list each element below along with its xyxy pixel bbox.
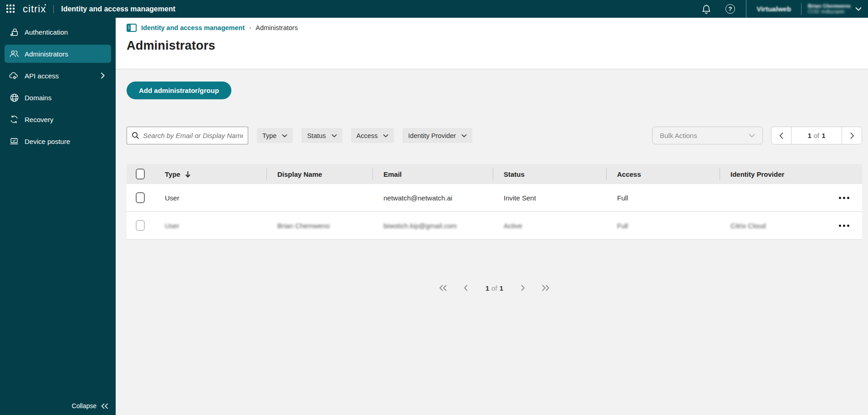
globe-icon [9, 92, 19, 102]
breadcrumb-root-link[interactable]: Identity and access management [141, 24, 245, 31]
page-indicator: 1 of 1 [485, 284, 503, 292]
sort-descending-arrow-icon [185, 171, 191, 178]
sidebar-item-label: Domains [25, 94, 51, 102]
cell-email: netwatch@netwatch.ai [373, 194, 493, 202]
refresh-icon [9, 114, 19, 124]
sidebar-item-label: API access [25, 72, 59, 80]
laptop-check-icon [9, 136, 19, 146]
sidebar-item-authentication[interactable]: Authentication [5, 23, 111, 41]
bulk-actions-label: Bulk Actions [660, 132, 697, 139]
filter-type-label: Type [262, 132, 276, 139]
double-chevron-left-icon [101, 403, 108, 409]
filter-access-dropdown[interactable]: Access [351, 128, 394, 143]
chevron-down-icon [749, 133, 755, 138]
breadcrumb-separator-icon: › [249, 25, 251, 31]
filter-row: Type Status Access [127, 127, 862, 144]
column-header-access[interactable]: Access [606, 164, 720, 184]
of-label: of [491, 284, 497, 292]
org-name: Virtualweb [756, 5, 791, 13]
sidebar-item-label: Authentication [25, 28, 68, 36]
filter-access-label: Access [357, 132, 378, 139]
sidebar-item-domains[interactable]: Domains [5, 88, 111, 107]
panel-toggle-icon[interactable] [127, 24, 137, 32]
sidebar-item-api-access[interactable]: API access [5, 67, 111, 85]
help-icon[interactable]: ? [722, 1, 738, 17]
breadcrumb-current: Administrators [255, 24, 298, 31]
first-page-button[interactable] [437, 283, 449, 293]
citrix-logo[interactable]: citrix [23, 3, 46, 15]
topbar-section-divider [746, 0, 746, 18]
column-header-email[interactable]: Email [373, 164, 493, 184]
row-checkbox[interactable] [136, 192, 145, 203]
previous-page-button[interactable] [462, 283, 470, 293]
search-input[interactable] [143, 132, 243, 139]
content-area: Add administrator/group Type [116, 69, 868, 293]
add-administrator-group-button[interactable]: Add administrator/group [127, 82, 231, 99]
administrators-table: Type Display Name Email Status [127, 164, 862, 240]
cell-access: Full [606, 194, 720, 202]
topbar-divider [53, 5, 54, 13]
chevron-down-icon [282, 134, 287, 138]
sidebar-collapse-button[interactable]: Collapse [72, 402, 108, 410]
top-bar: citrix Identity and access management ? … [0, 0, 868, 18]
cell-type: User [165, 222, 179, 230]
bottom-pagination: 1 of 1 [127, 283, 862, 293]
topbar-user-divider [801, 3, 802, 15]
next-page-button[interactable] [842, 127, 862, 144]
current-page: 1 [807, 132, 811, 139]
cell-identity-provider: Citrix Cloud [730, 222, 766, 230]
chevron-right-icon [101, 72, 105, 79]
sidebar-item-label: Recovery [25, 116, 53, 123]
previous-page-button[interactable] [771, 127, 791, 144]
filter-identity-provider-dropdown[interactable]: Identity Provider [403, 128, 472, 143]
collapse-label: Collapse [72, 402, 97, 410]
user-account-block[interactable]: Brian Chemweno CCID: tndbyzqwte [808, 3, 851, 15]
chevron-down-icon [332, 134, 337, 138]
column-header-type[interactable]: Type [154, 164, 266, 184]
filter-type-dropdown[interactable]: Type [257, 128, 293, 143]
bulk-actions-dropdown[interactable]: Bulk Actions [652, 127, 763, 144]
sidebar-nav: Authentication Administrators API access [0, 18, 116, 415]
help-glyph: ? [728, 5, 732, 12]
select-all-checkbox[interactable] [136, 169, 145, 179]
page-header: Identity and access management › Adminis… [116, 18, 868, 69]
main-content: Identity and access management › Adminis… [116, 18, 868, 415]
cell-email: biwotich.kip@gmail.com [383, 222, 457, 230]
total-pages: 1 [822, 132, 825, 139]
column-header-display-name[interactable]: Display Name [266, 164, 373, 184]
cloud-gear-icon [9, 71, 19, 81]
top-pagination: 1 of 1 [771, 127, 862, 144]
product-title: Identity and access management [61, 5, 175, 13]
table-header-row: Type Display Name Email Status [127, 164, 862, 184]
row-actions-kebab-icon[interactable] [838, 194, 850, 202]
total-pages: 1 [500, 284, 503, 292]
filter-status-dropdown[interactable]: Status [301, 128, 342, 143]
user-org-id: CCID: tndbyzqwte [808, 9, 851, 15]
filter-status-label: Status [307, 132, 326, 139]
row-actions-kebab-icon[interactable] [838, 222, 850, 230]
cell-access: Full [617, 222, 628, 230]
cell-type: User [154, 194, 266, 202]
user-menu-chevron-down-icon[interactable] [855, 7, 862, 11]
chevron-down-icon [383, 134, 388, 138]
column-header-identity-provider[interactable]: Identity Provider [720, 164, 862, 184]
sidebar-item-device-posture[interactable]: Device posture [5, 132, 111, 150]
breadcrumb: Identity and access management › Adminis… [127, 24, 868, 32]
column-header-status[interactable]: Status [493, 164, 606, 184]
search-box[interactable] [127, 127, 248, 144]
sidebar-item-label: Device posture [25, 138, 70, 145]
table-row: User netwatch@netwatch.ai Invite Sent Fu… [127, 184, 862, 212]
page-indicator: 1 of 1 [791, 127, 842, 144]
search-icon [132, 132, 139, 139]
filter-identity-provider-label: Identity Provider [408, 132, 456, 139]
notifications-bell-icon[interactable] [699, 1, 714, 17]
sidebar-item-administrators[interactable]: Administrators [5, 45, 111, 63]
sidebar-item-recovery[interactable]: Recovery [5, 110, 111, 128]
cell-display-name: Brian Chemweno [277, 222, 330, 230]
cell-status: Active [504, 222, 522, 230]
row-checkbox[interactable] [136, 220, 145, 231]
cell-status: Invite Sent [493, 194, 606, 202]
next-page-button[interactable] [519, 283, 527, 293]
app-launcher-icon[interactable] [6, 5, 15, 14]
last-page-button[interactable] [540, 283, 551, 293]
